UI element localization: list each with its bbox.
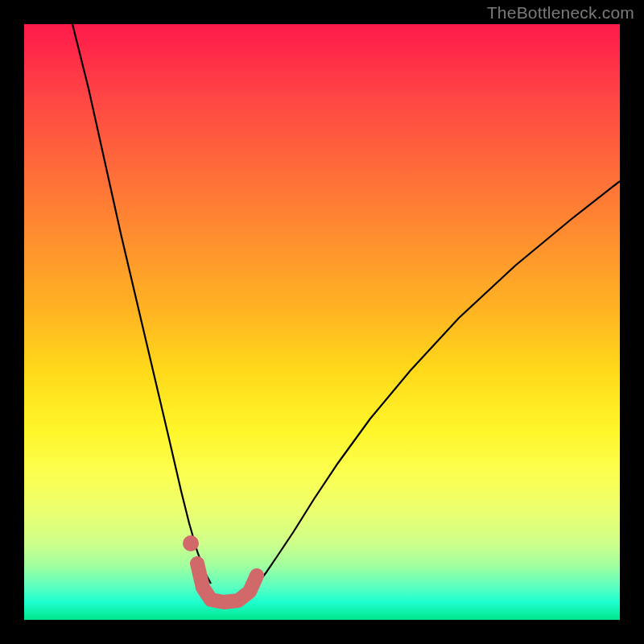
watermark-text: TheBottleneck.com — [487, 3, 634, 23]
series-line-left-curve — [72, 24, 211, 584]
chart-svg — [24, 24, 620, 620]
series-point-trough-left-dot — [183, 535, 199, 551]
series-layer — [72, 24, 620, 602]
series-line-trough-marker — [197, 564, 257, 602]
plot-area — [24, 24, 620, 620]
series-line-right-curve — [258, 181, 620, 584]
outer-frame: TheBottleneck.com — [0, 0, 644, 644]
